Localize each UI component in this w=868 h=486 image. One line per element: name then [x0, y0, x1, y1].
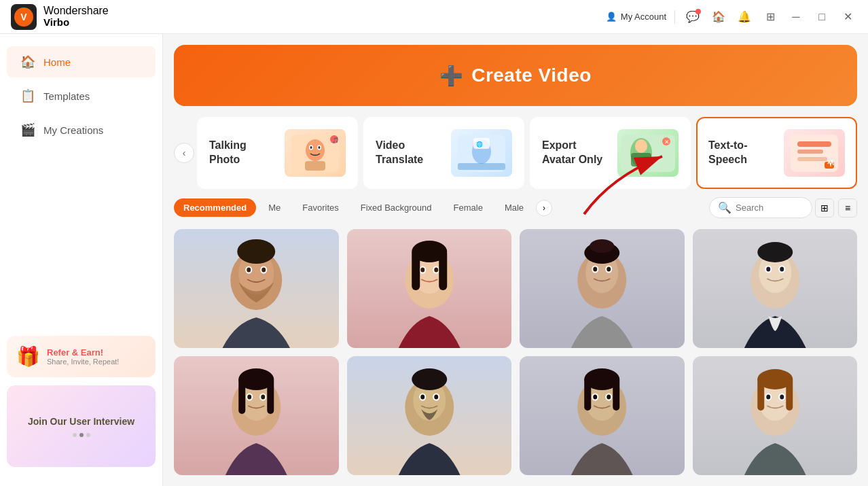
filter-tab-recommended[interactable]: Recommended: [174, 198, 256, 217]
svg-point-63: [261, 395, 265, 400]
filter-tab-male[interactable]: Male: [495, 198, 533, 217]
svg-point-50: [590, 239, 614, 253]
sidebar-item-home[interactable]: 🏠 Home: [7, 46, 156, 77]
avatar-card-harper-promotion[interactable]: Harper-Promotion: [520, 229, 685, 348]
avatar-grid: Brandt-Casual: [163, 224, 868, 486]
filter-tab-me[interactable]: Me: [259, 198, 290, 217]
list-view-button[interactable]: ≡: [838, 198, 857, 218]
interview-dots: [73, 433, 90, 437]
content-area: ➕ Create Video ‹ TalkingPhoto: [163, 34, 868, 486]
grid-icon-btn[interactable]: ⊞: [761, 7, 780, 27]
avatar-card-7[interactable]: _: [520, 356, 685, 475]
dot-1: [73, 433, 77, 437]
feature-nav-prev[interactable]: ‹: [174, 143, 194, 163]
svg-rect-81: [584, 377, 591, 411]
interview-card[interactable]: Join Our User Interview: [7, 385, 156, 467]
support-icon-btn[interactable]: 🔔: [735, 7, 754, 27]
create-video-icon: ➕: [439, 65, 463, 87]
message-icon-btn[interactable]: 💬: [683, 7, 702, 27]
video-translate-label: VideoTranslate: [376, 139, 423, 167]
search-bar: 🔍: [709, 197, 812, 218]
svg-point-18: [635, 139, 647, 153]
main-layout: 🏠 Home 📋 Templates 🎬 My Creations 🎁 Refe…: [0, 34, 868, 486]
titlebar-right: 👤 My Account 💬 🏠 🔔 ⊞ ─ □ ✕: [606, 7, 857, 27]
filter-tab-fixed-background[interactable]: Fixed Background: [351, 198, 441, 217]
avatar-card-5[interactable]: _: [174, 356, 339, 475]
sidebar: 🏠 Home 📋 Templates 🎬 My Creations 🎁 Refe…: [0, 34, 163, 486]
avatar-card-gabriel-business[interactable]: Gabriel-Business: [693, 229, 858, 348]
logo-text: Wondershare Virbo: [43, 5, 109, 28]
search-icon: 🔍: [718, 201, 731, 214]
svg-rect-8: [305, 161, 325, 171]
svg-point-57: [757, 242, 793, 262]
avatar-image-5: [174, 356, 339, 475]
svg-point-62: [247, 395, 251, 400]
avatar-card-8[interactable]: _: [693, 356, 858, 475]
feature-card-text-to-speech[interactable]: Text-to-Speech: [696, 117, 857, 189]
gift-icon: 🎁: [16, 345, 40, 368]
feature-cards-container: TalkingPhoto 🎵: [197, 117, 857, 189]
svg-point-31: [247, 268, 251, 273]
sidebar-item-templates-label: Templates: [43, 90, 90, 102]
sidebar-item-my-creations[interactable]: 🎬 My Creations: [7, 114, 156, 145]
export-avatar-label: ExportAvatar Only: [542, 139, 602, 167]
filter-tab-female[interactable]: Female: [444, 198, 492, 217]
text-to-speech-image: [784, 129, 845, 177]
svg-point-55: [766, 267, 770, 272]
svg-point-73: [412, 368, 447, 390]
grid-view-button[interactable]: ⊞: [815, 198, 834, 218]
account-button[interactable]: 👤 My Account: [606, 12, 666, 22]
interview-title: Join Our User Interview: [28, 415, 134, 428]
svg-rect-24: [797, 150, 823, 154]
filter-tab-favorites[interactable]: Favorites: [293, 198, 348, 217]
svg-text:V: V: [20, 12, 27, 22]
sidebar-item-my-creations-label: My Creations: [43, 124, 103, 136]
maximize-button[interactable]: □: [812, 7, 831, 27]
filter-more-button[interactable]: ›: [536, 200, 552, 216]
export-avatar-image: ✕: [617, 129, 679, 177]
svg-point-48: [607, 267, 611, 272]
view-toggle-icons: ⊞ ≡: [815, 198, 857, 218]
feature-card-talking-photo[interactable]: TalkingPhoto 🎵: [197, 117, 358, 189]
logo-bottom: Virbo: [43, 17, 109, 29]
svg-text:🌐: 🌐: [476, 141, 483, 147]
notification-badge: [695, 9, 701, 14]
close-button[interactable]: ✕: [838, 7, 857, 27]
my-creations-sidebar-icon: 🎬: [20, 122, 35, 137]
avatar-image-6: [347, 356, 512, 475]
talking-photo-label: TalkingPhoto: [209, 139, 247, 167]
avatar-image-amber: [347, 229, 512, 348]
svg-rect-65: [238, 377, 245, 414]
refer-earn-card[interactable]: 🎁 Refer & Earn! Share, Invite, Repeat!: [7, 336, 156, 377]
feature-cards-row: ‹ TalkingPhoto: [163, 117, 868, 189]
avatar-card-6[interactable]: _: [347, 356, 512, 475]
search-input[interactable]: [736, 203, 803, 213]
logo-top: Wondershare: [43, 5, 109, 17]
talking-photo-image: 🎵: [285, 129, 346, 177]
avatar-image-8: [693, 356, 858, 475]
avatar-image-harper: [520, 229, 685, 348]
create-video-label: Create Video: [471, 65, 592, 86]
avatar-card-amber-fashion[interactable]: Amber - Fashion: [347, 229, 512, 348]
svg-point-6: [310, 146, 312, 149]
svg-rect-42: [439, 249, 447, 290]
separator: [674, 10, 675, 24]
sidebar-item-templates[interactable]: 📋 Templates: [7, 80, 156, 111]
dot-2: [79, 433, 84, 437]
account-label: My Account: [621, 12, 666, 22]
minimize-button[interactable]: ─: [786, 7, 806, 27]
home-icon-btn[interactable]: 🏠: [709, 7, 728, 27]
svg-point-3: [306, 139, 325, 161]
svg-rect-66: [267, 377, 274, 414]
create-video-hero[interactable]: ➕ Create Video: [174, 45, 857, 106]
logo-icon: V: [11, 4, 37, 30]
titlebar: V Wondershare Virbo 👤 My Account 💬 🏠 🔔 ⊞…: [0, 0, 868, 34]
feature-card-export-avatar[interactable]: ExportAvatar Only ✕: [530, 117, 691, 189]
avatar-image-7: [520, 356, 685, 475]
feature-card-video-translate[interactable]: VideoTranslate 🌐: [363, 117, 524, 189]
svg-point-32: [261, 268, 266, 273]
avatar-image-gabriel: [693, 229, 858, 348]
svg-point-39: [434, 268, 438, 273]
avatar-card-brandt-casual[interactable]: Brandt-Casual: [174, 229, 339, 348]
svg-point-72: [434, 395, 438, 400]
